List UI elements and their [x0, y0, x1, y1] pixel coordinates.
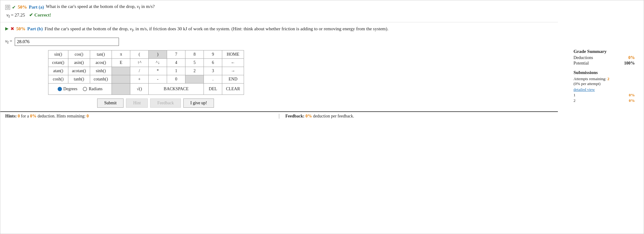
sub2-value: 0% [629, 98, 635, 103]
calc-down-caret[interactable]: ^↓ [149, 58, 167, 67]
calc-sinh[interactable]: sinh() [90, 67, 112, 75]
calc-e[interactable]: E [112, 58, 130, 67]
calc-atan[interactable]: atan() [48, 67, 68, 75]
part-b-percent: 50% [16, 25, 25, 32]
answer-input[interactable] [15, 38, 119, 46]
part-b-label: Part (b) [27, 25, 43, 32]
calc-7[interactable]: 7 [167, 50, 185, 58]
calc-end[interactable]: END [222, 75, 244, 83]
degrees-radio-icon[interactable] [58, 87, 62, 91]
part-a-section: ☐ ✔ 50% Part (a) What is the car's speed… [0, 0, 558, 22]
deductions-value: 0% [628, 55, 635, 60]
calc-open-paren[interactable]: ( [130, 50, 149, 58]
radians-radio-icon[interactable] [83, 87, 87, 91]
calc-sqrt[interactable]: √() [130, 83, 149, 95]
bottom-bar: Hints: 0 for a 0% deduction. Hints remai… [0, 111, 558, 121]
feedback-text: deduction per feedback. [313, 114, 354, 118]
calc-cos[interactable]: cos() [68, 50, 90, 58]
input-label: vf = [5, 39, 12, 45]
calc-row-2: cotan() asin() acos() E ↑^ ^↓ 4 5 6 ← [48, 58, 244, 67]
part-a-answer: vf = 27.25 ✔ Correct! [6, 12, 553, 19]
calc-6[interactable]: 6 [204, 58, 222, 67]
calc-backspace-btn[interactable]: BACKSPACE [149, 83, 204, 95]
radians-label: Radians [89, 87, 102, 91]
calc-pi[interactable]: π [112, 50, 130, 58]
submission-2-row: 2 0% [574, 98, 635, 103]
potential-value: 100% [624, 61, 635, 66]
submit-button[interactable]: Submit [97, 98, 124, 108]
arrow-right-icon: ▶ [5, 25, 9, 32]
calc-5[interactable]: 5 [185, 58, 204, 67]
part-b-question: Find the car's speed at the bottom of th… [44, 25, 388, 33]
deductions-label: Deductions [574, 55, 593, 60]
calc-cotanh[interactable]: cotanh() [90, 75, 112, 83]
sub1-label: 1 [574, 93, 576, 98]
hints-label: Hints: [5, 114, 17, 118]
calc-plus[interactable]: + [130, 75, 149, 83]
correct-label: ✔ Correct! [29, 13, 51, 17]
calc-2[interactable]: 2 [185, 67, 204, 75]
x-red-icon: ✖ [10, 25, 14, 32]
calc-del[interactable]: DEL [204, 83, 222, 95]
attempts-label: Attempts remaining: [574, 76, 606, 81]
calc-multiply[interactable]: * [149, 67, 167, 75]
calc-empty-2 [112, 75, 130, 83]
calc-cosh[interactable]: cosh() [48, 75, 68, 83]
degrees-option[interactable]: Degrees [58, 87, 78, 91]
hints-for-text: for a [21, 114, 30, 118]
calc-0[interactable]: 0 [167, 75, 185, 83]
submission-1-row: 1 0% [574, 93, 635, 98]
calculator-table: sin() cos() tan() π ( ) 7 8 9 HOME [48, 50, 244, 95]
calc-tan[interactable]: tan() [90, 50, 112, 58]
calc-backspace-arrow[interactable]: ← [222, 58, 244, 67]
main-container: ☐ ✔ 50% Part (a) What is the car's speed… [0, 0, 644, 234]
calc-right-arrow[interactable]: → [222, 67, 244, 75]
action-buttons: Submit Hint Feedback I give up! [97, 98, 553, 108]
calc-sin[interactable]: sin() [48, 50, 68, 58]
calc-8[interactable]: 8 [185, 50, 204, 58]
calc-tanh[interactable]: tanh() [68, 75, 90, 83]
calc-close-paren[interactable]: ) [149, 50, 167, 58]
checkbox-icon: ☐ [5, 5, 10, 10]
part-a-header: ☐ ✔ 50% Part (a) What is the car's speed… [5, 4, 553, 10]
detailed-view-link[interactable]: detailed view [574, 87, 595, 92]
calc-3[interactable]: 3 [204, 67, 222, 75]
calc-1[interactable]: 1 [167, 67, 185, 75]
content-area: ☐ ✔ 50% Part (a) What is the car's speed… [0, 0, 644, 121]
degree-radian-selector: Degrees Radians [51, 85, 109, 93]
part-b-header: ▶ ✖ 50% Part (b) Find the car's speed at… [5, 25, 553, 33]
submissions-title: Submissions [574, 70, 635, 75]
deductions-row: Deductions 0% [574, 55, 635, 60]
calc-acos[interactable]: acos() [90, 58, 112, 67]
part-a-question: What is the car's speed at the bottom of… [46, 4, 155, 10]
per-attempt-row: (0% per attempt) [574, 81, 635, 86]
calc-cotan[interactable]: cotan() [48, 58, 68, 67]
hints-value: 0 [18, 114, 20, 118]
feedback-label: Feedback: [285, 114, 304, 118]
calc-9[interactable]: 9 [204, 50, 222, 58]
part-a-label: Part (a) [29, 5, 44, 10]
grade-summary-title: Grade Summary [574, 49, 635, 54]
sub2-label: 2 [574, 98, 576, 103]
calc-divide[interactable]: / [130, 67, 149, 75]
calc-clear[interactable]: CLEAR [222, 83, 244, 95]
calculator-area: sin() cos() tan() π ( ) 7 8 9 HOME [48, 50, 553, 95]
calc-asin[interactable]: asin() [68, 58, 90, 67]
potential-row: Potential 100% [574, 61, 635, 66]
part-a-percent: 50% [18, 5, 27, 10]
page-wrapper: ☐ ✔ 50% Part (a) What is the car's speed… [0, 0, 644, 234]
feedback-bar: Feedback: 0% deduction per feedback. [279, 114, 553, 119]
calc-home[interactable]: HOME [222, 50, 244, 58]
calc-dot[interactable]: . [204, 75, 222, 83]
give-up-button[interactable]: I give up! [183, 98, 214, 108]
calc-4[interactable]: 4 [167, 58, 185, 67]
calc-acotan[interactable]: acotan() [68, 67, 90, 75]
calc-row-4: cosh() tanh() cotanh() + - 0 . END [48, 75, 244, 83]
calc-minus[interactable]: - [149, 75, 167, 83]
calc-up-caret[interactable]: ↑^ [130, 58, 149, 67]
feedback-pct: 0% [306, 114, 312, 118]
calc-row-3: atan() acotan() sinh() / * 1 2 3 → [48, 67, 244, 75]
calc-row-5: Degrees Radians √() BACKSPA [48, 83, 244, 95]
radians-option[interactable]: Radians [83, 87, 102, 91]
grade-summary: Grade Summary Deductions 0% Potential 10… [574, 49, 635, 103]
